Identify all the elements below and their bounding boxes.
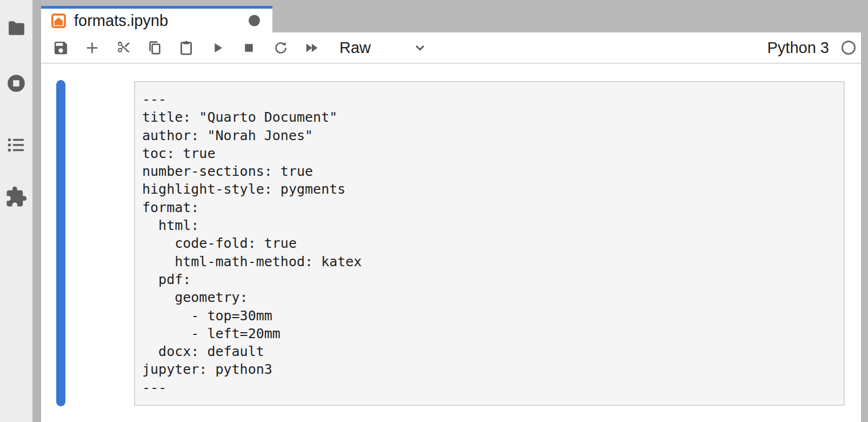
jupyterlab-window: formats.ipynb (0, 0, 868, 422)
raw-cell-editor[interactable]: --- title: "Quarto Document" author: "No… (134, 81, 845, 406)
code-line: format: (142, 199, 844, 216)
dock-gutter (32, 0, 41, 422)
save-icon (52, 39, 69, 56)
notebook-icon (50, 12, 67, 29)
code-line: - left=20mm (142, 325, 844, 342)
paste-icon (178, 39, 195, 56)
code-line: code-fold: true (142, 234, 844, 252)
code-line: pdf: (142, 271, 844, 288)
code-line: --- (142, 90, 844, 108)
stop-icon (241, 39, 257, 56)
run-icon (209, 39, 226, 56)
plus-icon (84, 39, 101, 56)
tab-dirty-indicator[interactable] (249, 15, 260, 27)
code-line: toc: true (142, 144, 844, 162)
puzzle-icon[interactable] (5, 186, 28, 208)
code-line: number-sections: true (142, 162, 844, 180)
run-cell-button[interactable] (205, 36, 229, 60)
code-line: highlight-style: pygments (142, 180, 844, 198)
code-line: jupyter: python3 (142, 360, 844, 378)
kernel-status-icon[interactable] (840, 39, 857, 56)
code-line: --- (142, 379, 844, 397)
active-cell-collapser[interactable] (56, 80, 65, 406)
toc-icon[interactable] (6, 135, 26, 155)
dock-right-strip (861, 0, 868, 422)
restart-icon (272, 39, 289, 56)
cut-icon (115, 39, 132, 56)
cell-type-dropdown[interactable]: Raw (337, 36, 430, 60)
left-activity-bar (0, 0, 32, 422)
insert-cell-button[interactable] (80, 36, 104, 60)
notebook-content: --- title: "Quarto Document" author: "No… (41, 65, 861, 422)
tab-bar: formats.ipynb (41, 0, 868, 32)
tab-formats-ipynb[interactable]: formats.ipynb (41, 6, 272, 32)
code-line: html-math-method: katex (142, 253, 844, 271)
running-icon[interactable] (6, 73, 26, 94)
copy-icon (146, 39, 163, 56)
code-line: geometry: (142, 288, 844, 306)
fast-forward-icon (303, 39, 320, 56)
notebook-toolbar: Raw Python 3 (41, 32, 861, 64)
code-line: html: (142, 216, 844, 234)
copy-cell-button[interactable] (143, 36, 166, 60)
code-line: title: "Quarto Document" (142, 108, 844, 126)
chevron-down-icon (412, 39, 428, 56)
restart-run-all-button[interactable] (299, 36, 323, 60)
cell-type-selected: Raw (339, 39, 371, 57)
code-line: - top=30mm (142, 307, 844, 325)
code-line: docx: default (142, 342, 844, 360)
save-button[interactable] (49, 36, 72, 60)
restart-kernel-button[interactable] (268, 36, 292, 60)
interrupt-kernel-button[interactable] (237, 36, 261, 60)
paste-cell-button[interactable] (174, 36, 198, 60)
folder-icon[interactable] (6, 18, 26, 38)
code-line: author: "Norah Jones" (142, 127, 844, 144)
tab-title: formats.ipynb (74, 12, 168, 30)
cut-cell-button[interactable] (111, 36, 135, 60)
kernel-area: Python 3 (767, 39, 857, 57)
main-dock-panel: formats.ipynb (41, 0, 868, 422)
kernel-name[interactable]: Python 3 (767, 39, 829, 57)
